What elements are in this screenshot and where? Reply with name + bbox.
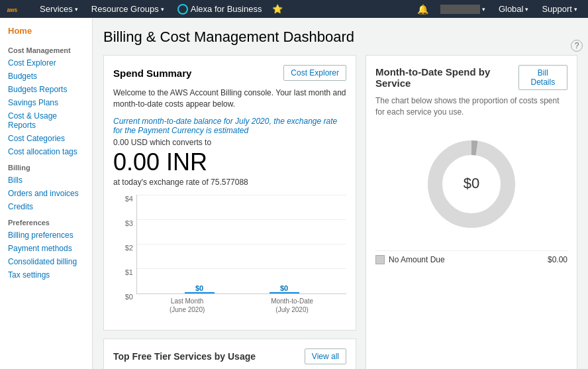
x-label-1: Last Month(June 2020) [170, 297, 205, 314]
main-content: Billing & Cost Management Dashboard Spen… [93, 18, 588, 369]
chart-description: The chart below shows the proportion of … [375, 95, 567, 118]
bar-1 [185, 292, 215, 293]
help-icon[interactable]: ? [571, 40, 583, 52]
balance-converts: 0.00 USD which converts to [113, 138, 346, 147]
bar-value-2: $0 [280, 284, 288, 292]
sidebar-link-cost-usage-reports[interactable]: Cost & Usage Reports [0, 109, 92, 132]
month-to-date-header: Month-to-Date Spend by Service Bill Deta… [375, 65, 567, 90]
resource-groups-menu[interactable]: Resource Groups ▾ [86, 0, 170, 18]
bell-icon[interactable]: 🔔 [413, 4, 432, 15]
x-axis: Last Month(June 2020) Month-to-Date(July… [136, 294, 346, 314]
sidebar-link-cost-explorer[interactable]: Cost Explorer [0, 56, 92, 70]
view-all-button[interactable]: View all [305, 348, 346, 364]
alexa-nav-item[interactable]: Alexa for Business [172, 0, 268, 18]
sidebar-link-cost-allocation-tags[interactable]: Cost allocation tags [0, 145, 92, 158]
services-chevron-icon: ▾ [75, 6, 78, 13]
right-panel: Month-to-Date Spend by Service Bill Deta… [366, 55, 577, 369]
services-label: Services [40, 4, 73, 14]
grid-line-1 [137, 268, 346, 269]
legend-swatch-1 [375, 255, 385, 264]
sidebar-link-credits[interactable]: Credits [0, 200, 92, 213]
sidebar-link-cost-categories[interactable]: Cost Categories [0, 132, 92, 145]
legend-value-1: $0.00 [548, 255, 567, 264]
grid-line-4 [137, 195, 346, 195]
donut-container: $0 [375, 131, 567, 237]
grid-line-2 [137, 244, 346, 244]
bar-group-2: $0 [270, 284, 299, 293]
spend-summary-header: Spend Summary Cost Explorer [113, 65, 346, 81]
sidebar-link-billing-preferences[interactable]: Billing preferences [0, 229, 92, 242]
bar-2 [270, 292, 299, 293]
balance-label: Current month-to-date balance for July 2… [113, 117, 346, 135]
bar-group-1: $0 [185, 284, 215, 293]
app-layout: Home Cost Management Cost Explorer Budge… [0, 18, 588, 369]
legend-row-1: No Amount Due $0.00 [375, 250, 567, 268]
top-navigation: aws Services ▾ Resource Groups ▾ Alexa f… [0, 0, 588, 18]
account-menu[interactable]: ▾ [435, 5, 491, 14]
spend-summary-card: Spend Summary Cost Explorer Welcome to t… [103, 55, 356, 331]
legend-label-1: No Amount Due [389, 255, 445, 264]
global-menu[interactable]: Global ▾ [493, 4, 534, 14]
account-chevron-icon: ▾ [482, 6, 485, 13]
bar-value-1: $0 [195, 284, 203, 292]
bill-details-button[interactable]: Bill Details [518, 65, 567, 90]
sidebar-section-preferences: Preferences [0, 213, 92, 229]
alexa-ring-icon [177, 4, 188, 15]
cost-explorer-button[interactable]: Cost Explorer [283, 65, 346, 81]
free-tier-card: Top Free Tier Services by Usage View all [103, 339, 356, 369]
y-label-4: $4 [125, 195, 133, 203]
y-label-0: $0 [125, 293, 133, 301]
support-label: Support [542, 4, 572, 14]
x-label-2: Month-to-Date(July 2020) [271, 297, 313, 314]
svg-text:aws: aws [7, 6, 17, 13]
sidebar: Home Cost Management Cost Explorer Budge… [0, 18, 93, 369]
y-label-3: $3 [125, 219, 133, 227]
content-grid: Spend Summary Cost Explorer Welcome to t… [103, 55, 577, 369]
sidebar-link-consolidated-billing[interactable]: Consolidated billing [0, 255, 92, 268]
month-to-date-title: Month-to-Date Spend by Service [375, 66, 518, 89]
sidebar-link-bills[interactable]: Bills [0, 174, 92, 187]
y-axis: $4 $3 $2 $1 $0 [113, 195, 133, 301]
grid-line-3 [137, 219, 346, 220]
sidebar-link-savings-plans[interactable]: Savings Plans [0, 96, 92, 109]
welcome-text: Welcome to the AWS Account Billing conso… [113, 87, 346, 110]
star-icon[interactable]: ⭐ [272, 4, 283, 14]
left-panel: Spend Summary Cost Explorer Welcome to t… [103, 55, 356, 369]
sidebar-link-tax-settings[interactable]: Tax settings [0, 268, 92, 282]
free-tier-title: Top Free Tier Services by Usage [113, 351, 256, 362]
sidebar-link-budgets-reports[interactable]: Budgets Reports [0, 83, 92, 96]
y-label-2: $2 [125, 244, 133, 252]
global-label: Global [499, 4, 524, 14]
spend-summary-title: Spend Summary [113, 68, 191, 79]
sidebar-link-orders-invoices[interactable]: Orders and invoices [0, 187, 92, 200]
sidebar-section-cost: Cost Management [0, 41, 92, 56]
chart-area: $0 $0 [136, 195, 346, 294]
donut-chart: $0 [418, 131, 524, 237]
nav-right-group: 🔔 ▾ Global ▾ Support ▾ [413, 4, 583, 15]
page-title: Billing & Cost Management Dashboard [103, 28, 577, 46]
account-label [440, 5, 480, 14]
support-chevron-icon: ▾ [574, 6, 577, 13]
support-menu[interactable]: Support ▾ [536, 4, 583, 14]
donut-center-value: $0 [464, 175, 479, 191]
sidebar-section-billing: Billing [0, 158, 92, 174]
resource-groups-label: Resource Groups [91, 4, 159, 14]
big-amount: 0.00 INR [113, 148, 346, 176]
sidebar-home-link[interactable]: Home [0, 23, 92, 41]
services-menu[interactable]: Services ▾ [34, 0, 83, 18]
y-label-1: $1 [125, 268, 133, 276]
bar-chart-container: $4 $3 $2 $1 $0 [113, 195, 346, 321]
legend-left-1: No Amount Due [375, 255, 445, 264]
month-to-date-card: Month-to-Date Spend by Service Bill Deta… [366, 55, 577, 369]
exchange-rate: at today's exchange rate of 75.577088 [113, 178, 346, 187]
alexa-label: Alexa for Business [191, 4, 262, 14]
sidebar-link-payment-methods[interactable]: Payment methods [0, 242, 92, 255]
resource-groups-chevron-icon: ▾ [161, 6, 164, 13]
global-chevron-icon: ▾ [525, 6, 528, 13]
sidebar-link-budgets[interactable]: Budgets [0, 70, 92, 83]
aws-logo[interactable]: aws [5, 2, 29, 17]
